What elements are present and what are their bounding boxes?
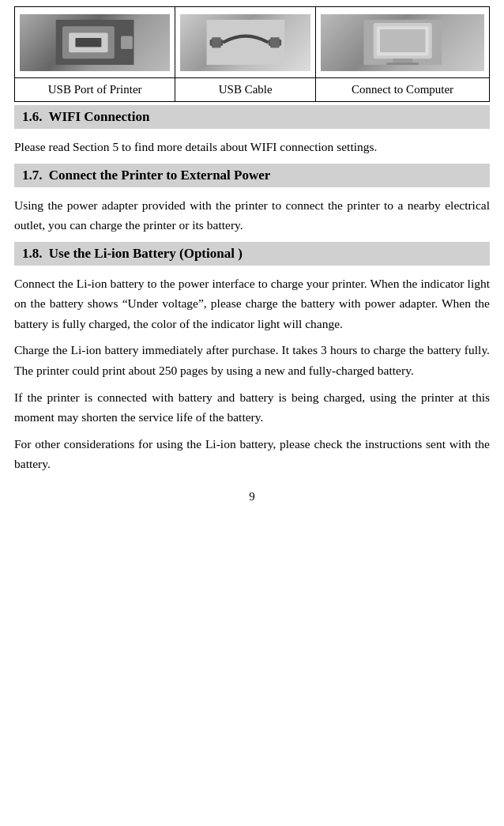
svg-rect-14 — [393, 58, 412, 62]
section-1-8-paragraph-1: Connect the Li-ion battery to the power … — [14, 273, 490, 334]
section-1-8-body-4: For other considerations for using the L… — [14, 434, 490, 474]
usb-cable-svg — [194, 20, 298, 66]
page-container: USB Port of Printer USB Cable Connect to… — [0, 0, 504, 826]
section-number-1-7: 1.7. — [22, 168, 43, 183]
section-heading-1-6: 1.6. WIFI Connection — [14, 105, 490, 129]
section-number-1-6: 1.6. — [22, 109, 43, 125]
section-1-6-paragraph-1: Please read Section 5 to find more detai… — [14, 137, 490, 157]
section-1-7-body: Using the power adapter provided with th… — [14, 195, 490, 236]
table-cell-usb-port-image — [15, 7, 175, 78]
svg-rect-4 — [121, 36, 133, 48]
usb-cable-image — [180, 14, 310, 71]
section-1-8-body-2: Charge the Li-ion battery immediately af… — [14, 340, 490, 380]
svg-rect-3 — [75, 38, 101, 47]
section-1-6-body: Please read Section 5 to find more detai… — [14, 137, 490, 157]
section-heading-1-7: 1.7. Connect the Printer to External Pow… — [14, 164, 490, 187]
section-1-8-paragraph-4: For other considerations for using the L… — [14, 434, 490, 474]
section-title-1-7: Connect the Printer to External Power — [49, 168, 271, 183]
section-1-8-body-3: If the printer is connected with battery… — [14, 387, 490, 428]
section-1-7-paragraph-1: Using the power adapter provided with th… — [14, 195, 490, 236]
table-row-images — [15, 7, 490, 78]
table-row-labels: USB Port of Printer USB Cable Connect to… — [15, 78, 490, 102]
table-cell-connect-computer-label: Connect to Computer — [316, 78, 490, 102]
svg-rect-8 — [212, 37, 221, 47]
svg-rect-13 — [380, 29, 426, 52]
usb-connection-table: USB Port of Printer USB Cable Connect to… — [14, 6, 490, 102]
svg-rect-9 — [270, 37, 280, 47]
table-cell-usb-cable-image — [175, 7, 316, 78]
section-number-1-8: 1.8. — [22, 246, 43, 262]
section-title-1-6: WIFI Connection — [48, 109, 149, 124]
usb-port-image — [20, 14, 170, 71]
usb-port-svg — [35, 20, 155, 66]
table-cell-usb-cable-label: USB Cable — [175, 78, 316, 102]
connect-computer-svg — [337, 20, 468, 66]
section-heading-1-8: 1.8. Use the Li-ion Battery (Optional ) — [14, 242, 490, 266]
section-1-8-paragraph-3: If the printer is connected with battery… — [14, 387, 490, 428]
section-1-8-paragraph-2: Charge the Li-ion battery immediately af… — [14, 340, 490, 380]
table-cell-usb-port-label: USB Port of Printer — [15, 78, 175, 102]
section-1-8-body: Connect the Li-ion battery to the power … — [14, 273, 490, 334]
svg-rect-15 — [386, 62, 419, 65]
section-title-1-8: Use the Li-ion Battery (Optional ) — [49, 246, 243, 261]
page-number: 9 — [14, 490, 490, 504]
connect-computer-image — [321, 14, 484, 71]
table-cell-connect-computer-image — [316, 7, 490, 78]
